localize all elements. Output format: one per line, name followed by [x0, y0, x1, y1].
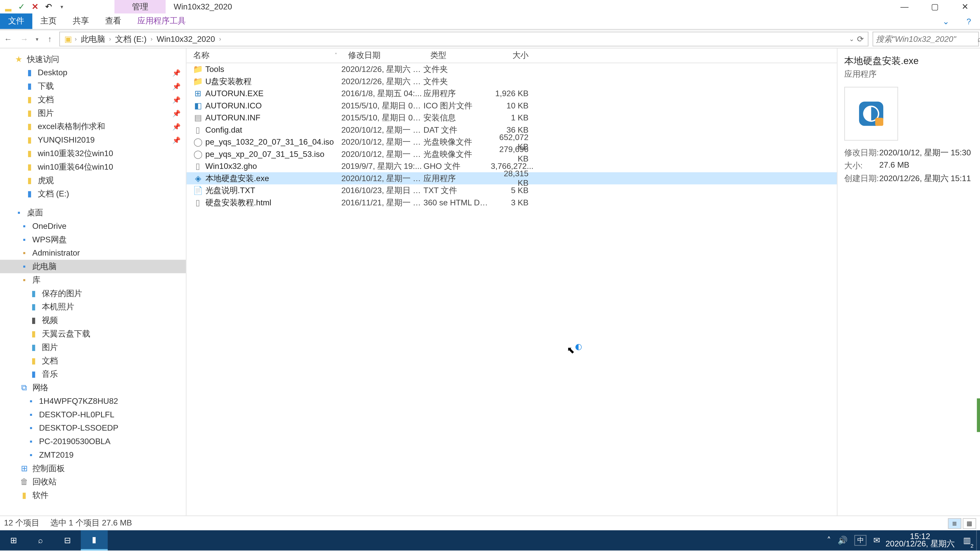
tree-item[interactable]: ▪OneDrive — [0, 219, 186, 233]
tree-item[interactable]: ▮图片📌 — [0, 106, 186, 120]
file-row[interactable]: 📁Tools2020/12/26, 星期六 1...文件夹 — [186, 63, 837, 75]
recent-dropdown-icon[interactable]: ▾ — [32, 30, 42, 48]
search-input[interactable] — [876, 35, 977, 44]
tree-item[interactable]: ▮YUNQISHI2019📌 — [0, 133, 186, 147]
taskbar-explorer-icon[interactable]: ▮ — [81, 530, 108, 551]
tray-overflow-icon[interactable]: ˄ — [827, 536, 831, 545]
tree-item[interactable]: ▪ZMT2019 — [0, 448, 186, 462]
tree-item[interactable]: ▪DESKTOP-LSSOEDP — [0, 421, 186, 435]
up-button[interactable]: ↑ — [42, 30, 58, 48]
action-center-button[interactable]: ▥ 2 — [957, 530, 976, 551]
navigation-tree[interactable]: ★ 快速访问 ▮Desktop📌▮下载📌▮文档📌▮图片📌▮excel表格制作求和… — [0, 48, 186, 516]
tab-app-tools[interactable]: 应用程序工具 — [129, 14, 194, 29]
tree-item[interactable]: ▮音乐 — [0, 367, 186, 381]
tree-item[interactable]: ▮视频 — [0, 313, 186, 327]
tab-view[interactable]: 查看 — [97, 14, 129, 29]
tree-item[interactable]: ▮下载📌 — [0, 79, 186, 93]
search-icon[interactable]: ⌕ — [977, 35, 980, 44]
chevron-right-icon[interactable]: › — [75, 36, 77, 42]
column-name[interactable]: 名称˄ — [186, 50, 342, 61]
chevron-right-icon[interactable]: › — [219, 36, 221, 42]
tree-item[interactable]: ▪1H4WPFQ7KZ8HU82 — [0, 394, 186, 408]
tree-item[interactable]: ▮Desktop📌 — [0, 66, 186, 79]
taskbar-search-icon[interactable]: ⌕ — [27, 530, 54, 551]
file-row[interactable]: ▤AUTORUN.INF2015/5/10, 星期日 02...安装信息1 KB — [186, 112, 837, 124]
file-list[interactable]: 📁Tools2020/12/26, 星期六 1...文件夹📁U盘安装教程2020… — [186, 63, 837, 516]
tree-desktop[interactable]: ▪ 桌面 — [0, 206, 186, 219]
file-size: 279,696 KB — [491, 144, 528, 164]
qat-properties-icon[interactable]: ✓ — [15, 0, 28, 14]
qat-delete-icon[interactable]: ✕ — [28, 0, 42, 14]
tree-control-panel[interactable]: ⊞ 控制面板 — [0, 462, 186, 475]
search-box[interactable]: ⌕ — [873, 32, 979, 46]
help-icon[interactable]: ? — [957, 14, 980, 29]
preview-pane: 本地硬盘安装.exe 应用程序 修改日期:2020/10/12, 星期一 15:… — [837, 48, 980, 516]
column-size[interactable]: 大小 — [491, 50, 535, 61]
tray-app-icon[interactable]: ✉ — [873, 536, 880, 545]
tree-item[interactable]: ▮win10重装64位win10 — [0, 160, 186, 174]
address-dropdown-icon[interactable]: ⌄ — [849, 36, 854, 42]
qat-folder-icon[interactable]: ▂ — [1, 0, 15, 14]
tree-label: 视频 — [42, 314, 58, 326]
tree-item[interactable]: ▪PC-20190530OBLA — [0, 435, 186, 448]
view-details-button[interactable]: ≣ — [948, 518, 961, 529]
tree-recycle-bin[interactable]: 🗑 回收站 — [0, 475, 186, 489]
tree-software[interactable]: ▮ 软件 — [0, 489, 186, 502]
file-date: 2015/5/10, 星期日 02... — [341, 100, 423, 111]
close-button[interactable]: ✕ — [950, 0, 980, 14]
breadcrumb-segment[interactable]: 文档 (E:) — [113, 33, 149, 45]
chevron-right-icon[interactable]: › — [151, 36, 153, 42]
pane-resize-handle[interactable] — [977, 399, 980, 432]
tree-item[interactable]: ▮excel表格制作求和📌 — [0, 120, 186, 133]
tab-home[interactable]: 主页 — [32, 14, 65, 29]
tree-item[interactable]: ▮虎观 — [0, 174, 186, 187]
forward-button[interactable]: → — [16, 30, 32, 48]
tree-item[interactable]: ▮天翼云盘下载 — [0, 327, 186, 341]
tree-item[interactable]: ▮图片 — [0, 341, 186, 354]
preview-title: 本地硬盘安装.exe — [844, 55, 975, 67]
show-desktop-button[interactable] — [976, 530, 980, 551]
breadcrumb-segment[interactable]: Win10x32_2020 — [154, 35, 218, 44]
breadcrumb-segment[interactable]: 此电脑 — [78, 33, 108, 45]
tree-item[interactable]: ▪WPS网盘 — [0, 233, 186, 246]
tree-item[interactable]: ▮本机照片 — [0, 300, 186, 314]
tree-item[interactable]: ▪DESKTOP-HL0PLFL — [0, 408, 186, 421]
file-row[interactable]: ◧AUTORUN.ICO2015/5/10, 星期日 02...ICO 图片文件… — [186, 100, 837, 111]
tree-item[interactable]: ▮win10重装32位win10 — [0, 147, 186, 160]
file-row[interactable]: ◈本地硬盘安装.exe2020/10/12, 星期一 1...应用程序28,31… — [186, 172, 837, 184]
tree-item[interactable]: ▮保存的图片 — [0, 287, 186, 300]
address-bar[interactable]: ▣ › 此电脑 › 文档 (E:) › Win10x32_2020 › ⌄ ⟳ — [59, 32, 869, 46]
tree-item[interactable]: ▮文档 — [0, 354, 186, 368]
tree-item[interactable]: ▮文档 (E:) — [0, 187, 186, 200]
column-date[interactable]: 修改日期 — [341, 50, 423, 61]
task-view-button[interactable]: ⊟ — [54, 530, 81, 551]
ribbon-expand-icon[interactable]: ⌄ — [935, 14, 958, 29]
maximize-button[interactable]: ▢ — [920, 0, 950, 14]
file-row[interactable]: ◯pe_yqs_xp_20_07_31_15_53.iso2020/10/12,… — [186, 148, 837, 160]
tree-network[interactable]: ⧉ 网络 — [0, 381, 186, 394]
file-row[interactable]: ⊞AUTORUN.EXE2016/1/8, 星期五 04:...应用程序1,92… — [186, 87, 837, 100]
tab-share[interactable]: 共享 — [65, 14, 97, 29]
ime-indicator[interactable]: 中 — [854, 535, 866, 546]
tree-item[interactable]: ▮文档📌 — [0, 93, 186, 106]
start-button[interactable]: ⊞ — [0, 530, 27, 551]
tree-quick-access[interactable]: ★ 快速访问 — [0, 52, 186, 66]
refresh-icon[interactable]: ⟳ — [857, 35, 864, 44]
back-button[interactable]: ← — [0, 30, 16, 48]
tree-item[interactable]: ▪库 — [0, 273, 186, 287]
file-row[interactable]: 📄光盘说明.TXT2016/10/23, 星期日 0...TXT 文件5 KB — [186, 184, 837, 197]
taskbar-clock[interactable]: 15:12 2020/12/26, 星期六 — [883, 530, 957, 551]
tree-item[interactable]: ▪此电脑 — [0, 260, 186, 273]
tree-item[interactable]: ▪Administrator — [0, 246, 186, 260]
minimize-button[interactable]: — — [889, 0, 920, 14]
tab-file[interactable]: 文件 — [0, 14, 32, 29]
chevron-right-icon[interactable]: › — [109, 36, 111, 42]
qat-undo-icon[interactable]: ↶ — [42, 0, 56, 14]
view-large-icons-button[interactable]: ▦ — [963, 518, 976, 529]
file-row[interactable]: 📁U盘安装教程2020/12/26, 星期六 1...文件夹 — [186, 75, 837, 87]
file-row[interactable]: ▯硬盘安装教程.html2016/11/21, 星期一 2...360 se H… — [186, 197, 837, 208]
qat-customize-icon[interactable]: ▾ — [55, 0, 68, 14]
network-icon: ⧉ — [19, 382, 30, 393]
column-type[interactable]: 类型 — [423, 50, 491, 61]
volume-icon[interactable]: 🔊 — [838, 536, 848, 545]
